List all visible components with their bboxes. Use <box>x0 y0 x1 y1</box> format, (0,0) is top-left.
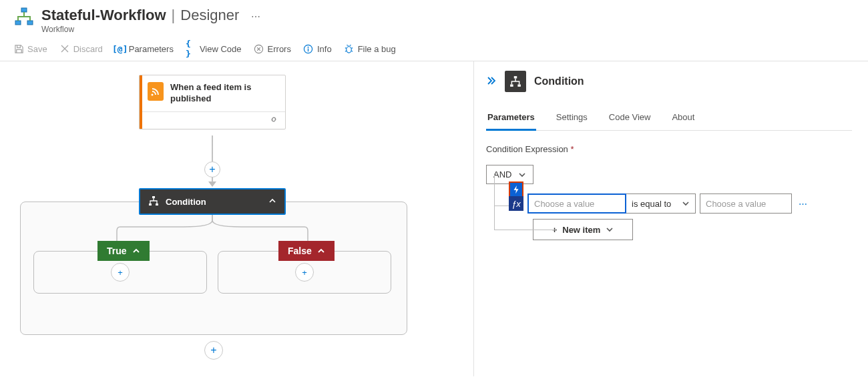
add-step-after-button[interactable]: + <box>204 341 223 360</box>
row-more-button[interactable]: ⋯ <box>799 199 809 209</box>
svg-rect-9 <box>149 204 152 206</box>
condition-expression-label: Condition Expression * <box>486 144 852 154</box>
trigger-card[interactable]: When a feed item is published <box>139 75 286 129</box>
expression-button[interactable]: ƒx <box>509 196 523 211</box>
rss-icon <box>148 82 164 101</box>
false-label: False <box>278 241 335 261</box>
tab-settings[interactable]: Settings <box>555 108 589 130</box>
tab-about[interactable]: About <box>670 108 696 130</box>
right-value-input[interactable] <box>700 193 792 214</box>
title-separator: | <box>172 7 176 24</box>
code-icon: { } <box>186 43 196 54</box>
add-false-action-button[interactable]: + <box>295 263 314 282</box>
left-value-input[interactable] <box>527 193 626 214</box>
tab-parameters[interactable]: Parameters <box>486 108 536 131</box>
panel-title: Condition <box>534 75 584 87</box>
view-code-button[interactable]: { } View Code <box>186 43 242 54</box>
info-button[interactable]: Info <box>303 43 332 54</box>
false-branch[interactable]: False + <box>218 251 391 294</box>
condition-icon <box>505 71 526 92</box>
trigger-title: When a feed item is published <box>170 82 277 105</box>
chevron-up-icon <box>268 197 276 207</box>
errors-button[interactable]: Errors <box>254 43 291 54</box>
discard-button[interactable]: Discard <box>59 43 103 54</box>
condition-icon <box>148 196 159 208</box>
page-section: Designer <box>180 7 239 24</box>
svg-rect-12 <box>510 85 513 87</box>
toolbar: Save Discard [@] Parameters { } View Cod… <box>0 38 868 61</box>
comparison-operator-dropdown[interactable]: is equal to <box>626 193 696 214</box>
page-subtitle: Workflow <box>41 25 260 34</box>
svg-rect-0 <box>21 8 27 12</box>
designer-canvas[interactable]: When a feed item is published + <box>0 61 474 376</box>
properties-panel: Condition Parameters Settings Code View … <box>474 61 868 376</box>
svg-rect-6 <box>308 48 308 51</box>
svg-rect-10 <box>156 204 158 206</box>
save-icon <box>13 43 24 54</box>
add-true-action-button[interactable]: + <box>111 263 130 282</box>
page-title: Stateful-Workflow <box>41 7 166 24</box>
parameters-button[interactable]: [@] Parameters <box>115 43 174 54</box>
bug-icon <box>344 43 355 54</box>
condition-card[interactable]: Condition <box>139 188 286 215</box>
add-step-button[interactable]: + <box>204 161 220 177</box>
svg-point-5 <box>308 46 309 47</box>
close-icon <box>59 43 70 54</box>
tab-code-view[interactable]: Code View <box>608 108 652 130</box>
svg-rect-11 <box>514 76 517 78</box>
condition-title: Condition <box>166 197 206 207</box>
svg-point-7 <box>347 46 352 52</box>
info-icon <box>303 43 314 54</box>
error-icon <box>254 43 264 54</box>
svg-rect-2 <box>27 21 33 25</box>
collapse-panel-button[interactable] <box>486 76 497 87</box>
save-button[interactable]: Save <box>13 43 47 54</box>
true-branch[interactable]: True + <box>33 251 207 294</box>
panel-tabs: Parameters Settings Code View About <box>486 108 852 131</box>
condition-row: ƒx is equal to ⋯ <box>509 193 852 214</box>
svg-rect-8 <box>152 196 155 198</box>
workflow-app-icon <box>13 7 35 28</box>
link-icon[interactable] <box>269 115 278 126</box>
title-more-button[interactable]: ⋯ <box>251 11 260 22</box>
parameters-icon: [@] <box>115 43 126 54</box>
true-label: True <box>97 241 150 261</box>
svg-rect-13 <box>517 85 521 87</box>
dynamic-content-button[interactable] <box>509 181 523 196</box>
svg-rect-1 <box>15 21 21 25</box>
file-bug-button[interactable]: File a bug <box>344 43 396 54</box>
